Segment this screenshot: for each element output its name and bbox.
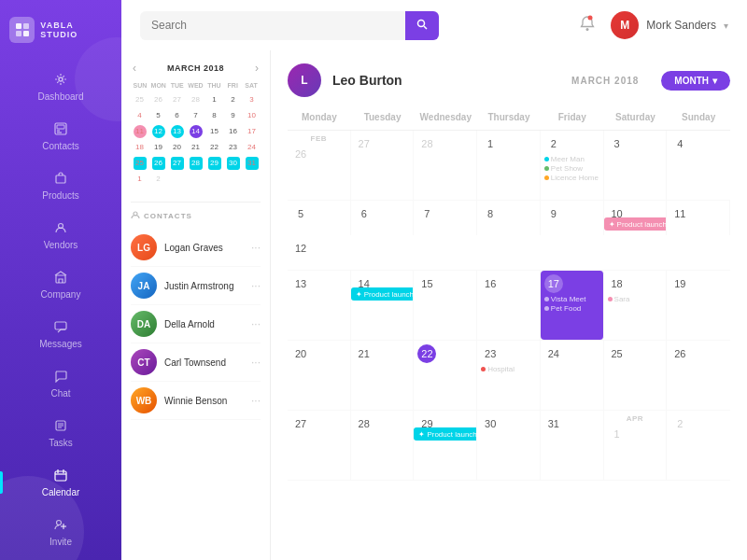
contact-dots-2[interactable]: ··· bbox=[251, 317, 261, 330]
cal-cell-mar19[interactable]: 19 bbox=[667, 271, 730, 340]
cal-cell-mar2[interactable]: 2 Meer Man Pet Show Licenc bbox=[541, 131, 604, 200]
cal-cell-mar24[interactable]: 24 bbox=[541, 341, 604, 410]
cal-cell-feb27[interactable]: 27 bbox=[351, 131, 415, 200]
mini-cal-cell-today[interactable]: 14 bbox=[190, 125, 203, 138]
mini-cal-cell[interactable]: 11 bbox=[134, 125, 147, 138]
contact-dots-0[interactable]: ··· bbox=[251, 241, 261, 254]
mini-cal-cell[interactable]: 20 bbox=[171, 141, 184, 154]
cal-cell-apr1[interactable]: APR 1 bbox=[604, 411, 668, 480]
cal-cell-mar16[interactable]: 16 bbox=[477, 271, 541, 340]
mini-cal-cell[interactable]: 5 bbox=[152, 109, 165, 122]
mini-cal-cell[interactable]: 6 bbox=[171, 109, 184, 122]
contact-item-1[interactable]: JA Justin Armstrong ··· bbox=[131, 267, 261, 305]
mini-cal-cell[interactable]: 2 bbox=[152, 173, 165, 186]
mini-cal-cell[interactable]: 12 bbox=[152, 125, 165, 138]
mini-cal-cell[interactable]: 1 bbox=[134, 173, 147, 186]
cal-cell-mar8[interactable]: 8 bbox=[477, 201, 541, 235]
cal-cell-mar29[interactable]: 29 ✦ Product launching bbox=[414, 411, 477, 480]
mini-cal-cell[interactable]: 27 bbox=[171, 93, 184, 106]
mini-cal-cell[interactable]: 10 bbox=[246, 109, 259, 122]
cal-cell-mar15[interactable]: 15 bbox=[414, 271, 477, 340]
sidebar-item-tasks[interactable]: Tasks bbox=[0, 408, 121, 457]
mini-cal-cell[interactable]: 21 bbox=[190, 141, 203, 154]
cal-cell-mar20[interactable]: 20 bbox=[288, 341, 351, 410]
cal-view-selector[interactable]: MONTH ▾ bbox=[661, 71, 730, 91]
sidebar-item-vendors[interactable]: Vendors bbox=[0, 210, 121, 259]
mini-cal-cell[interactable]: 17 bbox=[246, 125, 259, 138]
contact-item-3[interactable]: CT Carl Townsend ··· bbox=[131, 343, 261, 382]
cal-cell-mar28[interactable]: 28 bbox=[351, 411, 415, 480]
cal-cell-mar22[interactable]: 22 bbox=[414, 341, 477, 410]
sidebar-item-chat[interactable]: Chat bbox=[0, 358, 121, 408]
cal-cell-mar17[interactable]: 17 Vista Meet Pet Food bbox=[541, 271, 604, 340]
mini-cal-cell[interactable]: 31 bbox=[246, 157, 259, 170]
cal-cell-mar27[interactable]: 27 bbox=[288, 411, 351, 480]
mini-cal-cell[interactable]: 2 bbox=[227, 93, 240, 106]
mini-cal-cell[interactable]: 26 bbox=[152, 157, 165, 170]
mini-cal-cell[interactable]: 7 bbox=[190, 109, 203, 122]
mini-cal-cell[interactable]: 25 bbox=[134, 93, 147, 106]
sidebar-item-company[interactable]: Company bbox=[0, 259, 121, 309]
cal-cell-mar4[interactable]: 4 bbox=[667, 131, 730, 200]
mini-cal-cell[interactable]: 19 bbox=[152, 141, 165, 154]
mini-cal-cell[interactable]: 25 bbox=[134, 157, 147, 170]
cal-cell-mar10[interactable]: 10 ✦ Product launching bbox=[604, 201, 668, 235]
mini-cal-cell[interactable]: 26 bbox=[152, 93, 165, 106]
cal-cell-mar1[interactable]: 1 bbox=[477, 131, 541, 200]
cal-cell-mar23[interactable]: 23 Hospital bbox=[477, 341, 541, 410]
sidebar-item-contacts[interactable]: Contacts bbox=[0, 111, 121, 161]
mini-cal-cell[interactable]: 3 bbox=[246, 93, 259, 106]
mini-cal-cell[interactable]: 29 bbox=[208, 157, 221, 170]
sidebar-item-invite[interactable]: Invite bbox=[0, 507, 121, 556]
mini-cal-prev[interactable]: ‹ bbox=[131, 62, 138, 75]
contact-dots-3[interactable]: ··· bbox=[251, 356, 261, 369]
contact-dots-4[interactable]: ··· bbox=[251, 394, 261, 407]
cal-cell-mar30[interactable]: 30 bbox=[477, 411, 541, 480]
mini-cal-cell[interactable]: 16 bbox=[227, 125, 240, 138]
search-input[interactable] bbox=[140, 11, 405, 39]
mini-cal-cell[interactable]: 27 bbox=[171, 157, 184, 170]
mini-cal-cell[interactable]: 30 bbox=[227, 157, 240, 170]
mini-cal-cell[interactable]: 1 bbox=[208, 93, 221, 106]
contact-item-2[interactable]: DA Della Arnold ··· bbox=[131, 305, 261, 343]
cal-cell-mar21[interactable]: 21 bbox=[351, 341, 415, 410]
contact-item-0[interactable]: LG Logan Graves ··· bbox=[131, 229, 261, 267]
cal-cell-apr2[interactable]: 2 bbox=[667, 411, 730, 480]
mini-cal-cell[interactable]: 13 bbox=[171, 125, 184, 138]
cal-cell-mar31[interactable]: 31 bbox=[541, 411, 604, 480]
mini-cal-cell[interactable]: 23 bbox=[227, 141, 240, 154]
cal-cell-mar11[interactable]: 11 bbox=[667, 201, 730, 235]
sidebar-item-calendar[interactable]: Calendar bbox=[0, 457, 121, 507]
cal-cell-feb28[interactable]: 28 bbox=[414, 131, 477, 200]
contact-dots-1[interactable]: ··· bbox=[251, 279, 261, 292]
cal-cell-mar13[interactable]: 13 bbox=[288, 271, 351, 340]
mini-cal-cell[interactable]: 8 bbox=[208, 109, 221, 122]
mini-cal-cell[interactable]: 4 bbox=[134, 109, 147, 122]
mini-cal-cell[interactable]: 18 bbox=[134, 141, 147, 154]
search-button[interactable] bbox=[405, 11, 439, 40]
user-info[interactable]: M Mork Sanders ▾ bbox=[611, 11, 728, 39]
sidebar-item-dashboard[interactable]: Dashboard bbox=[0, 62, 121, 111]
cal-cell-mar3[interactable]: 3 bbox=[604, 131, 668, 200]
mini-cal-cell[interactable]: 24 bbox=[246, 141, 259, 154]
mini-cal-cell[interactable]: 22 bbox=[208, 141, 221, 154]
cal-cell-mar7[interactable]: 7 bbox=[414, 201, 477, 235]
mini-cal-cell[interactable]: 28 bbox=[190, 93, 203, 106]
cal-cell-mar6[interactable]: 6 bbox=[351, 201, 415, 235]
contact-item-4[interactable]: WB Winnie Benson ··· bbox=[131, 382, 261, 420]
sidebar-item-messages[interactable]: Messages bbox=[0, 309, 121, 358]
cal-cell-mar18[interactable]: 18 Sara bbox=[604, 271, 668, 340]
sidebar-item-products[interactable]: Products bbox=[0, 161, 121, 210]
mini-cal-cell[interactable]: 28 bbox=[190, 157, 203, 170]
mini-cal-next[interactable]: › bbox=[253, 62, 261, 75]
mini-cal-cell[interactable]: 15 bbox=[208, 125, 221, 138]
cal-cell-mar12[interactable]: 12 bbox=[288, 235, 351, 270]
cal-cell-mar14[interactable]: 14 ✦ Product launching bbox=[351, 271, 415, 340]
cal-cell-feb26[interactable]: FEB 26 bbox=[288, 131, 351, 200]
cal-cell-mar26[interactable]: 26 bbox=[667, 341, 730, 410]
mini-cal-cell[interactable]: 9 bbox=[227, 109, 240, 122]
cal-cell-mar5[interactable]: 5 bbox=[288, 201, 351, 235]
cal-cell-mar25[interactable]: 25 bbox=[604, 341, 668, 410]
notification-icon[interactable] bbox=[579, 15, 596, 36]
cal-cell-mar9[interactable]: 9 bbox=[541, 201, 604, 235]
